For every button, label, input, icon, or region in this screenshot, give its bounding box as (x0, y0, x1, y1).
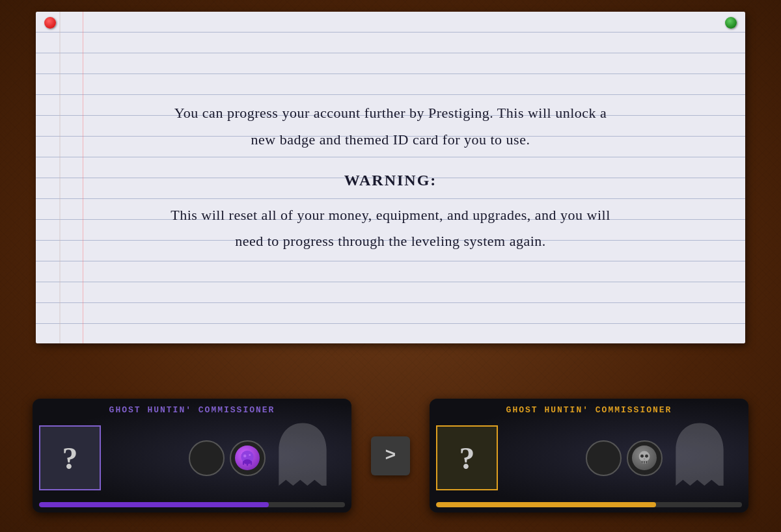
right-progress-container (436, 502, 742, 507)
svg-point-6 (640, 455, 644, 458)
svg-point-7 (645, 455, 648, 458)
tack-green (725, 17, 737, 29)
left-id-card: GHOST HUNTIN' COMMISSIONER ? (33, 399, 351, 512)
notepad-warning: WARNING: (344, 172, 437, 189)
svg-point-4 (639, 451, 650, 462)
right-skull-icon (632, 446, 657, 470)
right-avatar-box: ? (436, 425, 498, 490)
tack-red (44, 17, 56, 29)
svg-point-3 (249, 454, 251, 456)
left-progress-container (39, 502, 345, 507)
arrow-button[interactable]: > (371, 436, 410, 475)
right-progress-fill (436, 502, 656, 507)
right-skull-badge (627, 440, 663, 476)
right-badge-circle (586, 440, 622, 476)
left-card-inner: ? (39, 419, 345, 496)
right-id-card: GHOST HUNTIN' COMMISSIONER ? (430, 399, 748, 512)
left-skull-badge (230, 440, 266, 476)
left-badge-area (109, 440, 345, 476)
svg-point-2 (243, 455, 247, 458)
right-badge-area (506, 440, 742, 476)
left-badge-circle (189, 440, 225, 476)
notepad-line1: You can progress your account further by… (174, 100, 607, 153)
notepad: You can progress your account further by… (36, 12, 745, 343)
left-skull-icon (235, 446, 260, 470)
cards-area: GHOST HUNTIN' COMMISSIONER ? (0, 399, 781, 512)
right-card-inner: ? (436, 419, 742, 496)
notepad-line3: This will reset all of your money, equip… (171, 202, 610, 255)
right-card-title: GHOST HUNTIN' COMMISSIONER (430, 405, 748, 415)
left-card-title: GHOST HUNTIN' COMMISSIONER (33, 405, 351, 415)
left-progress-fill (39, 502, 269, 507)
notepad-content: You can progress your account further by… (36, 12, 745, 343)
left-avatar-box: ? (39, 425, 101, 490)
